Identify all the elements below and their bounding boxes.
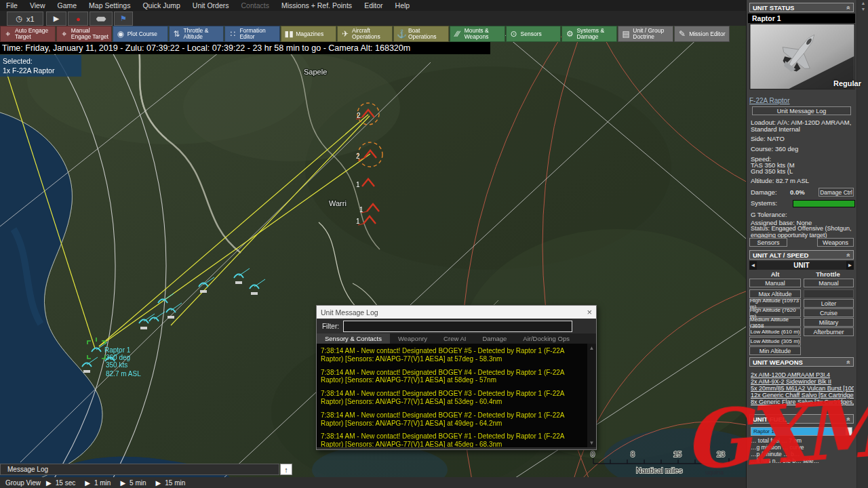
unit-status-panel: ▲ ▼ UNIT STATUS » Raptor 1 Regular F-: [746, 0, 868, 488]
scroll-down-icon[interactable]: ▼: [857, 6, 868, 12]
time-step-label: 15 sec: [56, 479, 75, 487]
weapon-link-flare[interactable]: 8x Generic Flare Salvo [3x Cartridges, D…: [751, 399, 854, 405]
toolbar-label: Mounts & Weapons: [465, 28, 503, 40]
record-icon: ●: [76, 15, 81, 23]
menu-unit-orders[interactable]: Unit Orders: [186, 1, 235, 9]
prev-icon[interactable]: ◄: [749, 261, 757, 270]
systems-damage-button[interactable]: ⚙ Systems & Damage: [561, 26, 617, 42]
ferry-button[interactable]: [90, 12, 113, 26]
sensors-button[interactable]: ⊙ Sensors: [506, 26, 561, 42]
svg-text:Raptor 1: Raptor 1: [104, 346, 131, 354]
selected-value: 1x F-22A Raptor: [3, 66, 79, 75]
magazines-button[interactable]: ▮▮ Magazines: [281, 26, 336, 42]
auto-engage-target-button[interactable]: ⌖ Auto Engage Target: [0, 26, 56, 42]
menu-editor[interactable]: Editor: [358, 1, 389, 9]
boat-operations-button[interactable]: ⚓ Boat Operations: [393, 26, 449, 42]
scroll-down-icon[interactable]: ▼: [589, 440, 595, 446]
manual-engage-target-button[interactable]: ⌖ Manual Engage Target: [56, 26, 112, 42]
tab-weaponry[interactable]: Weaponry: [390, 333, 435, 344]
throttle-military-button[interactable]: Military: [804, 318, 854, 327]
group-view-bar: Group View ▶ 15 sec ▶ 1 min ▶ 5 min ▶ 15…: [0, 477, 868, 488]
weapons-panel-button[interactable]: Weapons: [817, 238, 854, 247]
menu-quick-jump[interactable]: Quick Jump: [136, 1, 186, 9]
unit-alt-speed-header[interactable]: UNIT ALT / SPEED »: [749, 250, 854, 260]
weapon-link-sidewinder[interactable]: 2x AIM-9X-2 Sidewinder Blk II: [751, 378, 854, 385]
header-label: UNIT STATUS: [753, 4, 846, 12]
menu-view[interactable]: View: [24, 1, 52, 9]
fuel-text-line: …ft has n… the b… sele…: [751, 458, 854, 464]
plot-course-button[interactable]: ◉ Plot Course: [113, 26, 168, 42]
message-scrollbar[interactable]: ▲ ▼: [587, 344, 596, 447]
header-label: UNIT WEAPONS: [753, 359, 846, 366]
svg-text:Nautical miles: Nautical miles: [636, 466, 683, 474]
alt-low-305-button[interactable]: Low Altitude (305 m): [749, 337, 801, 346]
log-message: 7:38:14 AM - New contact! Designated BOG…: [321, 347, 584, 363]
alt-medium-button[interactable]: Medium Altitude (3658: [749, 318, 801, 327]
scroll-up-icon[interactable]: ▲: [589, 345, 595, 351]
unit-message-log-button[interactable]: Unit Message Log: [752, 106, 851, 115]
expand-message-log-button[interactable]: ↑: [280, 464, 292, 475]
time-step-5min[interactable]: ▶ 5 min: [120, 479, 146, 487]
weapon-link-chaff[interactable]: 12x Generic Chaff Salvo [5x Cartridges]: [751, 392, 854, 399]
throttle-afterburner-button[interactable]: Afterburner: [804, 327, 854, 336]
message-log-bar[interactable]: Message Log: [0, 464, 279, 475]
unit-fuel-header[interactable]: UNIT FUEL »: [749, 414, 854, 424]
alt-min-button[interactable]: Min Altitude: [749, 346, 801, 355]
header-label: UNIT FUEL: [753, 415, 846, 423]
panel-scrollbar[interactable]: ▲ ▼: [856, 0, 868, 488]
tab-sensory-contacts[interactable]: Sensory & Contacts: [317, 333, 390, 344]
fuel-gauge: Raptor 1: [751, 427, 852, 436]
weapon-link-vulcan[interactable]: 5x 20mm/85 M61A2 Vulcan Burst [100 rnds: [751, 385, 854, 392]
mounts-weapons-button[interactable]: ∕∕∕ Mounts & Weapons: [450, 26, 505, 42]
collapse-icon[interactable]: »: [845, 360, 852, 364]
systems-health-bar: [793, 200, 855, 207]
svg-text:82.7 m ASL: 82.7 m ASL: [106, 370, 141, 378]
next-icon[interactable]: ►: [846, 261, 854, 270]
dialog-title-bar[interactable]: Unit Message Log ×: [317, 306, 596, 319]
tab-crew-ai[interactable]: Crew AI: [435, 333, 474, 344]
menu-file[interactable]: File: [0, 1, 24, 9]
tab-air-docking-ops[interactable]: Air/Docking Ops: [515, 333, 578, 344]
systems-icon: ⚙: [565, 30, 574, 39]
clock-icon: ◷: [16, 14, 22, 23]
flag-icon: ⚑: [120, 14, 127, 23]
unit-weapons-header[interactable]: UNIT WEAPONS »: [749, 357, 854, 367]
time-step-1min[interactable]: ▶ 1 min: [85, 479, 111, 487]
record-button[interactable]: ●: [68, 12, 88, 26]
collapse-icon[interactable]: »: [845, 417, 852, 421]
close-icon[interactable]: ×: [587, 307, 592, 317]
menu-game[interactable]: Game: [52, 1, 83, 9]
throttle-cruise-button[interactable]: Cruise: [804, 308, 854, 317]
unit-status-header[interactable]: UNIT STATUS »: [749, 3, 854, 12]
collapse-icon[interactable]: »: [845, 253, 852, 257]
alt-low-610-button[interactable]: Low Altitude (610 m): [749, 327, 801, 336]
alt-manual-button[interactable]: Manual: [749, 279, 801, 287]
throttle-loiter-button[interactable]: Loiter: [804, 299, 854, 308]
weapon-link-amraam[interactable]: 2x AIM-120D AMRAAM P3I.4: [751, 371, 854, 378]
unit-type-link[interactable]: F-22A Raptor: [749, 97, 789, 104]
time-compression-control[interactable]: ◷ x1: [7, 12, 43, 26]
toolbar-label: Auto Engage Target: [15, 28, 54, 40]
play-button[interactable]: ▶: [46, 12, 66, 26]
damage-ctrl-button[interactable]: Damage Ctrl: [818, 188, 854, 197]
selected-unit-box: Selected: 1x F-22A Raptor: [0, 55, 81, 77]
throttle-manual-button[interactable]: Manual: [804, 279, 854, 287]
menu-map-settings[interactable]: Map Settings: [83, 1, 136, 9]
mission-editor-button[interactable]: ✎ Mission Editor: [674, 26, 730, 42]
time-step-15sec[interactable]: ▶ 15 sec: [46, 479, 75, 487]
unit-group-doctrine-button[interactable]: ▤ Unit / Group Doctrine: [618, 26, 673, 42]
throttle-altitude-button[interactable]: ⇅ Throttle & Altitude: [169, 26, 224, 42]
filter-input[interactable]: [343, 321, 572, 332]
time-step-15min[interactable]: ▶ 15 min: [156, 479, 186, 487]
sensors-panel-button[interactable]: Sensors: [749, 238, 787, 247]
menu-missions-ref-points[interactable]: Missions + Ref. Points: [275, 1, 358, 9]
tab-damage[interactable]: Damage: [474, 333, 515, 344]
log-message: 7:38:14 AM - New contact! Designated BOG…: [321, 411, 584, 428]
bookmark-button[interactable]: ⚑: [114, 12, 133, 26]
formation-editor-button[interactable]: ∷ Formation Editor: [224, 26, 280, 42]
scroll-up-icon[interactable]: ▲: [857, 0, 868, 6]
menu-help[interactable]: Help: [389, 1, 416, 9]
svg-text:Sapele: Sapele: [304, 68, 327, 76]
collapse-icon[interactable]: »: [845, 5, 852, 9]
aircraft-operations-button[interactable]: ✈ Aircraft Operations: [337, 26, 393, 42]
